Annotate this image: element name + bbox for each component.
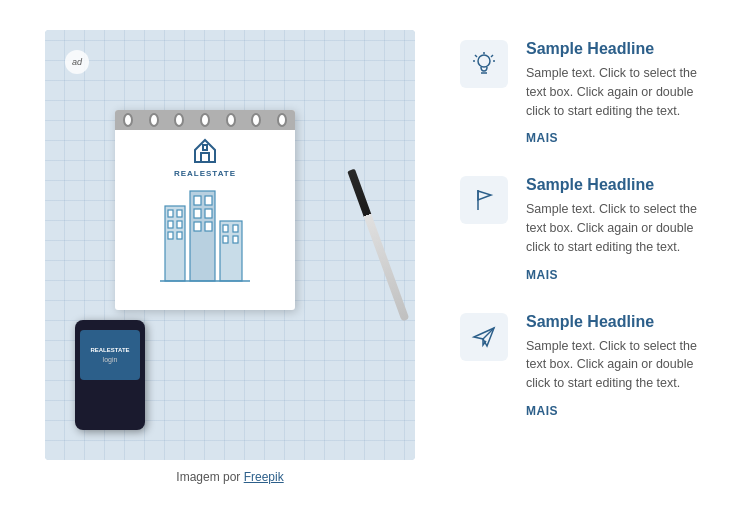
brand-text: REALESTATE: [174, 169, 236, 178]
svg-line-26: [475, 55, 477, 57]
caption-prefix: Imagem por: [176, 470, 243, 484]
freepik-link[interactable]: Freepik: [244, 470, 284, 484]
svg-rect-14: [194, 222, 201, 231]
feature-headline-2: Sample Headline: [526, 176, 710, 194]
svg-rect-19: [223, 236, 228, 243]
ad-badge: ad: [65, 50, 89, 74]
feature-link-1[interactable]: MAIS: [526, 131, 558, 145]
building-sketch: [155, 186, 255, 286]
svg-rect-20: [233, 236, 238, 243]
feature-content-1: Sample Headline Sample text. Click to se…: [526, 40, 710, 146]
features-section: Sample Headline Sample text. Click to se…: [460, 30, 710, 419]
feature-icon-wrapper-3: [460, 313, 508, 361]
ring: [251, 113, 261, 127]
svg-rect-6: [177, 221, 182, 228]
lightbulb-icon: [471, 51, 497, 77]
svg-rect-15: [205, 222, 212, 231]
feature-item-2: Sample Headline Sample text. Click to se…: [460, 176, 710, 282]
phone: REALESTATE login: [75, 320, 145, 430]
svg-rect-17: [223, 225, 228, 232]
svg-rect-10: [194, 196, 201, 205]
feature-item-3: Sample Headline Sample text. Click to se…: [460, 313, 710, 419]
hero-image: ad: [45, 30, 415, 460]
ring: [149, 113, 159, 127]
svg-rect-11: [205, 196, 212, 205]
svg-line-25: [491, 55, 493, 57]
ring: [200, 113, 210, 127]
svg-rect-18: [233, 225, 238, 232]
feature-headline-3: Sample Headline: [526, 313, 710, 331]
image-section: ad: [40, 30, 420, 484]
svg-rect-13: [205, 209, 212, 218]
feature-headline-1: Sample Headline: [526, 40, 710, 58]
flag-icon: [471, 187, 497, 213]
image-caption: Imagem por Freepik: [176, 470, 283, 484]
page-layout: ad: [0, 0, 750, 521]
svg-rect-7: [168, 232, 173, 239]
feature-item-1: Sample Headline Sample text. Click to se…: [460, 40, 710, 146]
notebook-rings: [115, 110, 295, 130]
svg-rect-8: [177, 232, 182, 239]
notebook: REALESTATE: [115, 110, 295, 310]
svg-rect-0: [201, 153, 209, 162]
phone-cta: login: [103, 356, 118, 363]
feature-body-1: Sample text. Click to select the text bo…: [526, 64, 710, 120]
feature-icon-wrapper-2: [460, 176, 508, 224]
feature-link-2[interactable]: MAIS: [526, 268, 558, 282]
paper-plane-icon: [471, 324, 497, 350]
ring: [123, 113, 133, 127]
phone-brand: REALESTATE: [90, 347, 129, 353]
feature-content-2: Sample Headline Sample text. Click to se…: [526, 176, 710, 282]
svg-rect-12: [194, 209, 201, 218]
phone-screen: REALESTATE login: [80, 330, 140, 380]
ring: [174, 113, 184, 127]
feature-link-3[interactable]: MAIS: [526, 404, 558, 418]
feature-body-3: Sample text. Click to select the text bo…: [526, 337, 710, 393]
ring: [226, 113, 236, 127]
svg-rect-4: [177, 210, 182, 217]
house-icon: [190, 135, 220, 165]
feature-icon-wrapper-1: [460, 40, 508, 88]
svg-rect-5: [168, 221, 173, 228]
svg-point-22: [478, 55, 490, 67]
ring: [277, 113, 287, 127]
svg-rect-1: [203, 145, 207, 150]
notebook-logo: REALESTATE: [174, 135, 236, 178]
feature-content-3: Sample Headline Sample text. Click to se…: [526, 313, 710, 419]
feature-body-2: Sample text. Click to select the text bo…: [526, 200, 710, 256]
svg-rect-3: [168, 210, 173, 217]
